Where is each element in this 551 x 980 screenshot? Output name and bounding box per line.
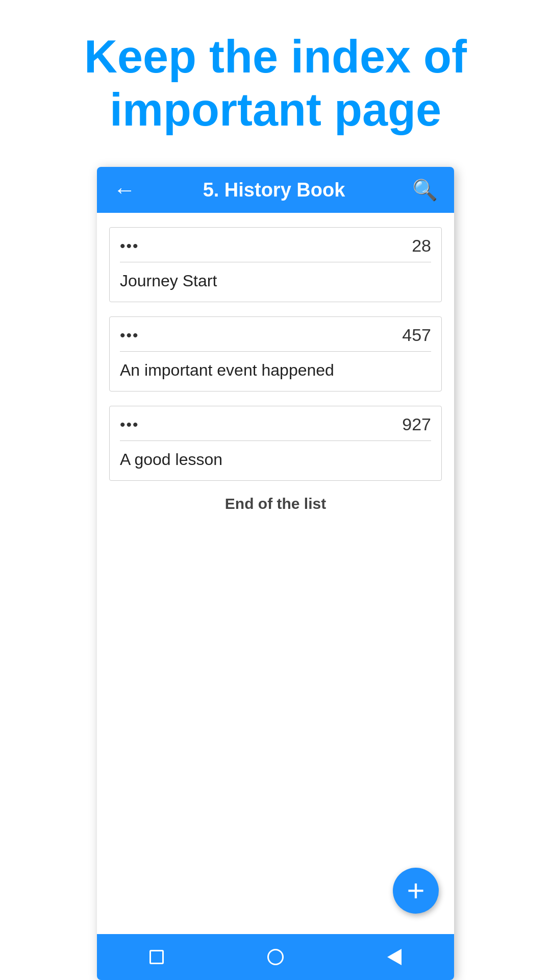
app-bar-title: 5. History Book xyxy=(203,179,345,201)
nav-bar xyxy=(97,934,454,980)
card-text-2: An important event happened xyxy=(110,352,441,391)
card-header-3: ••• 927 xyxy=(110,406,441,440)
index-card-2: ••• 457 An important event happened xyxy=(109,316,442,391)
card-header-2: ••• 457 xyxy=(110,317,441,351)
app-bar: ← 5. History Book 🔍 xyxy=(97,167,454,213)
headline-line1: Keep the index of xyxy=(84,31,467,82)
card-menu-dots-2[interactable]: ••• xyxy=(120,327,139,344)
nav-recent-button[interactable] xyxy=(382,944,407,970)
circle-icon xyxy=(267,949,284,965)
square-icon xyxy=(149,950,164,964)
card-page-3: 927 xyxy=(402,414,431,434)
card-menu-dots-3[interactable]: ••• xyxy=(120,416,139,433)
headline-line2: important page xyxy=(110,84,441,135)
card-text-3: A good lesson xyxy=(110,441,441,480)
nav-back-button[interactable] xyxy=(263,944,288,970)
card-text-1: Journey Start xyxy=(110,262,441,302)
index-card-1: ••• 28 Journey Start xyxy=(109,227,442,302)
app-content: ••• 28 Journey Start ••• 457 An importan… xyxy=(97,213,454,934)
nav-home-button[interactable] xyxy=(144,944,169,970)
card-menu-dots-1[interactable]: ••• xyxy=(120,237,139,255)
triangle-icon xyxy=(387,949,402,965)
card-page-1: 28 xyxy=(412,236,431,256)
card-header-1: ••• 28 xyxy=(110,228,441,262)
back-button[interactable]: ← xyxy=(113,177,136,203)
fab-add-button[interactable]: + xyxy=(393,868,439,914)
phone-frame: ← 5. History Book 🔍 ••• 28 Journey Start… xyxy=(97,167,454,980)
end-of-list-label: End of the list xyxy=(109,495,442,512)
index-card-3: ••• 927 A good lesson xyxy=(109,406,442,481)
headline: Keep the index of important page xyxy=(64,31,487,136)
card-page-2: 457 xyxy=(402,325,431,345)
search-icon[interactable]: 🔍 xyxy=(412,178,438,202)
